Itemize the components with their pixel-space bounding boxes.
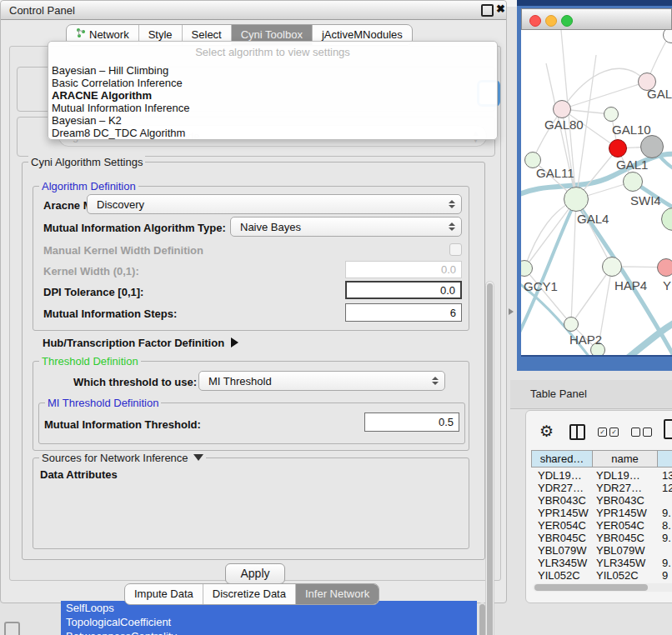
mi-threshold-input[interactable] (364, 412, 459, 432)
control-panel-title: Control Panel (9, 4, 75, 17)
kernel-width-label: Kernel Width (0,1): (43, 265, 139, 278)
network-node-gray[interactable] (640, 135, 664, 158)
network-window-top-frame (517, 0, 672, 6)
table-body: YDL19…YDL19…13 YDR27…YDR27…12 YBR043CYBR… (526, 468, 672, 582)
list-item[interactable]: TopologicalCoefficient (61, 615, 477, 629)
settings-vertical-scrollbar[interactable] (485, 281, 494, 635)
node-label: GCY1 (524, 279, 558, 293)
control-panel-titlebar[interactable]: Control Panel ✖ (1, 1, 506, 20)
group-title: MI Threshold Definition (45, 397, 161, 409)
new-table-icon[interactable] (664, 419, 672, 439)
close-icon[interactable]: ✖ (496, 2, 505, 15)
tab-infer-network[interactable]: Infer Network (295, 584, 379, 604)
spinner-icon (449, 222, 455, 231)
algorithm-option-selected[interactable]: ARACNE Algorithm (52, 89, 152, 102)
threshold-definition-group: Threshold Definition Which threshold to … (33, 361, 469, 451)
group-title: Threshold Definition (39, 355, 141, 368)
algorithm-option[interactable]: Basic Correlation Inference (52, 77, 183, 89)
spinner-icon (449, 200, 455, 208)
node-label: GAL4 (577, 212, 609, 226)
sources-group: Sources for Network Inference Data Attri… (33, 458, 469, 549)
algorithm-combo-placeholder: Select algorithm to view settings (48, 46, 497, 58)
network-canvas[interactable]: GAL GAL80 GAL10 GAL1 GAL11 GAL4 SWI4 GCY… (521, 30, 672, 355)
scrollbar-thumb[interactable] (479, 604, 485, 635)
data-attributes-label: Data Attributes (40, 468, 118, 481)
algorithm-definition-group: Algorithm Definition Aracne Mode: Discov… (33, 186, 469, 331)
network-window-bottom-frame (521, 355, 672, 357)
dpi-tolerance-input[interactable] (345, 281, 462, 299)
collapsed-arrow-icon (231, 338, 238, 348)
which-threshold-label: Which threshold to use: (73, 376, 197, 388)
tab-impute-data[interactable]: Impute Data (125, 584, 203, 604)
sources-group-toggle[interactable]: Sources for Network Inference (39, 452, 206, 464)
algorithm-dropdown-popup: Select algorithm to view settings Bayesi… (48, 41, 498, 140)
manual-kernel-checkbox[interactable] (449, 243, 462, 256)
close-traffic-light-icon[interactable] (529, 15, 541, 27)
minimize-traffic-light-icon[interactable] (545, 15, 557, 27)
list-item[interactable]: BetweennessCentrality (61, 629, 477, 635)
hub-definition-toggle[interactable]: Hub/Transcription Factor Definition (43, 337, 238, 349)
network-view-window: GAL GAL80 GAL10 GAL1 GAL11 GAL4 SWI4 GCY… (517, 6, 672, 371)
column-header-partial[interactable]: A (657, 450, 672, 468)
node-label: GAL80 (544, 118, 584, 132)
mi-steps-input[interactable] (345, 303, 462, 322)
cyni-toolbox-panel: galFiltered.sif default node ▲▼ Select a… (9, 46, 501, 581)
data-attributes-list: SelfLoops TopologicalCoefficient Between… (61, 601, 477, 635)
network-node-salmon[interactable] (657, 258, 672, 277)
network-node-gal10[interactable] (604, 107, 619, 122)
dpi-tolerance-label: DPI Tolerance [0,1]: (43, 286, 143, 298)
cyni-bottom-tab-bar: Impute Data Discretize Data Infer Networ… (124, 583, 379, 605)
mi-steps-label: Mutual Information Steps: (43, 308, 177, 320)
table-panel: ⚙ ✓✓ shared… name A YDL19…YDL19…13 YDR27… (525, 410, 672, 603)
mi-type-combo[interactable]: Naive Bayes (230, 217, 462, 237)
aracne-mode-combo[interactable]: Discovery (87, 194, 462, 214)
node-label: HAP2 (569, 332, 602, 347)
apply-button[interactable]: Apply (225, 563, 285, 584)
cyni-algorithm-settings-group: Cyni Algorithm Settings Algorithm Defini… (22, 162, 485, 560)
network-node-hap4[interactable] (602, 257, 622, 277)
network-window-titlebar[interactable] (521, 8, 672, 30)
scrollbar-thumb[interactable] (534, 584, 648, 591)
mi-threshold-label: Mutual Information Threshold: (44, 418, 201, 431)
table-horizontal-scrollbar[interactable] (533, 583, 672, 592)
algorithm-option[interactable]: Mutual Information Inference (52, 102, 189, 114)
gear-icon[interactable]: ⚙ (539, 422, 554, 441)
which-threshold-combo[interactable]: MI Threshold (198, 371, 445, 391)
select-all-checkboxes-icon[interactable]: ✓✓ (598, 428, 619, 437)
spinner-icon (432, 377, 439, 385)
network-node[interactable] (623, 172, 643, 192)
column-header-shared-name[interactable]: shared… (531, 450, 593, 468)
group-title: Algorithm Definition (39, 180, 138, 192)
network-node-gal4[interactable] (564, 187, 589, 212)
table-panel-title: Table Panel (530, 388, 587, 400)
node-label: GAL1 (616, 158, 648, 172)
kernel-width-input[interactable] (345, 261, 462, 278)
network-node-gal80[interactable] (553, 100, 571, 118)
node-label: GAL11 (536, 166, 574, 180)
mi-type-label: Mutual Information Algorithm Type: (43, 222, 226, 234)
node-label: SWI4 (630, 193, 661, 208)
group-title: Cyni Algorithm Settings (28, 156, 145, 168)
splitter-handle-icon[interactable] (509, 308, 514, 315)
screenshot-root: Control Panel ✖ Network Style Select Cyn… (0, 0, 672, 635)
deselect-all-checkboxes-icon[interactable] (631, 428, 652, 437)
algorithm-option[interactable]: Dream8 DC_TDC Algorithm (52, 127, 185, 139)
docked-panel-icon[interactable] (4, 622, 20, 635)
node-label: GAL (647, 87, 672, 101)
tab-discretize-data[interactable]: Discretize Data (203, 584, 295, 604)
zoom-traffic-light-icon[interactable] (561, 15, 573, 27)
float-panel-icon[interactable] (481, 4, 494, 17)
manual-kernel-label: Manual Kernel Width Definition (43, 244, 203, 257)
column-header-name[interactable]: name (592, 450, 658, 468)
network-node-gal1-selected[interactable] (609, 139, 627, 158)
scrollbar-thumb[interactable] (487, 283, 493, 635)
mi-threshold-definition-group: MI Threshold Definition Mutual Informati… (38, 402, 465, 444)
algorithm-option[interactable]: Bayesian – Hill Climbing (52, 64, 168, 77)
control-panel-window: Control Panel ✖ Network Style Select Cyn… (0, 0, 507, 603)
split-columns-icon[interactable] (569, 424, 585, 440)
table-panel-header: Table Panel (510, 380, 672, 409)
network-node-hap2[interactable] (564, 317, 579, 332)
expanded-arrow-icon (193, 454, 203, 461)
node-label: HAP4 (614, 278, 647, 292)
algorithm-option[interactable]: Bayesian – K2 (52, 114, 122, 127)
